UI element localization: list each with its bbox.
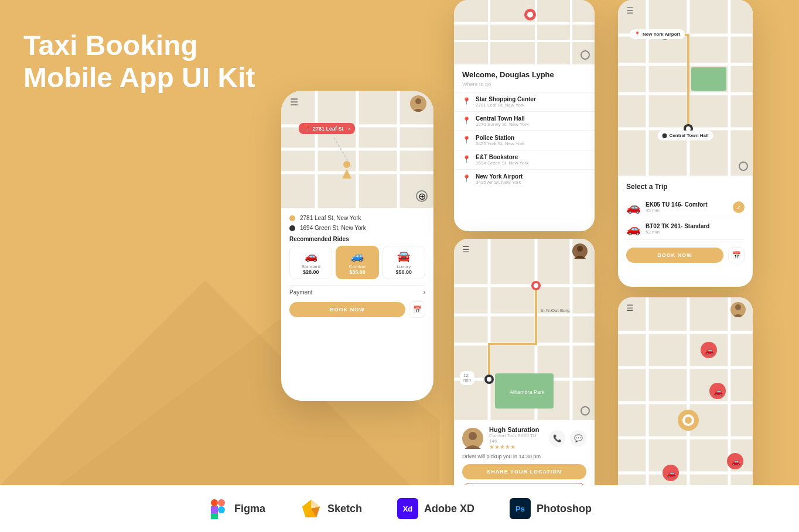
driver-avatar xyxy=(462,428,483,449)
trip-book-row: BOOK NOW 📅 xyxy=(626,247,745,263)
calendar-button[interactable]: 📅 xyxy=(409,301,425,318)
svg-rect-72 xyxy=(218,499,225,506)
main-crosshair[interactable]: ⊕ xyxy=(416,190,428,202)
dest-text: 1694 Green St, New York xyxy=(300,225,366,231)
trip-option-1[interactable]: 🚗 EK05 TU 146- Comfort 45 min ✓ xyxy=(626,197,745,218)
pickup-text: Driver will pickup you in 14:30 pm xyxy=(462,454,586,459)
svg-rect-73 xyxy=(211,506,218,513)
dest-pin-icon-3: 📍 xyxy=(462,136,471,144)
svg-point-19 xyxy=(527,12,533,18)
main-phone-menu[interactable]: ☰ xyxy=(290,97,298,108)
user-pin xyxy=(340,160,354,181)
payment-row: Payment › xyxy=(289,285,425,296)
page-subtitle: Mobile App UI Kit xyxy=(23,61,255,94)
trip-info-2: BT02 TK 261- Standard 52 min xyxy=(646,223,709,235)
cars-phone-avatar[interactable] xyxy=(730,302,746,317)
location-badge: 📍 2781 Leaf St › xyxy=(299,123,355,134)
sketch-tool: Sketch xyxy=(301,498,362,519)
svg-point-69 xyxy=(685,417,692,424)
sketch-icon xyxy=(301,498,322,519)
driver-crosshair[interactable] xyxy=(581,406,590,416)
svg-point-35 xyxy=(577,246,583,252)
dest-item-2[interactable]: 📍 Central Town Hall 1270 Sunny St, New Y… xyxy=(454,111,595,131)
destinations-list: 📍 Star Shopping Center 2781 Leaf St, New… xyxy=(454,92,595,188)
main-map: 📍 2781 Leaf St › ☰ ⊕ xyxy=(281,91,433,208)
call-button[interactable]: 📞 xyxy=(549,430,565,447)
driver-name: Hugh Saturation xyxy=(489,426,543,433)
driver-map-svg: Alhambra Park In-N-Out Burg xyxy=(454,239,595,420)
dest-info-1: Star Shopping Center 2781 Leaf St, New Y… xyxy=(476,96,536,108)
trip-car-icon-2: 🚗 xyxy=(626,222,641,236)
origin-dot xyxy=(289,215,295,221)
destination-row: 1694 Green St, New York xyxy=(289,225,425,231)
dest-info-3: Police Station 5425 York St, New York xyxy=(476,135,525,146)
xd-icon: Xd xyxy=(397,498,418,519)
trip-panel: Select a Trip 🚗 EK05 TU 146- Comfort 45 … xyxy=(618,176,753,270)
svg-point-10 xyxy=(343,161,350,168)
sketch-label: Sketch xyxy=(327,503,362,515)
route-crosshair[interactable] xyxy=(739,162,748,171)
main-phone-avatar[interactable] xyxy=(410,95,426,112)
dest-pin-icon-4: 📍 xyxy=(462,155,471,163)
origin-row: 2781 Leaf St, New York xyxy=(289,215,425,221)
share-location-button[interactable]: SHARE YOUR LOCATION xyxy=(462,464,586,479)
payment-chevron: › xyxy=(424,289,425,296)
driver-details: Hugh Saturation Comfort Tour EK05 TU 146… xyxy=(489,426,543,450)
ride-comfort[interactable]: 🚙 Comfort $35.00 xyxy=(336,246,378,279)
svg-point-74 xyxy=(218,506,225,513)
title-area: Taxi Booking Mobile App UI Kit xyxy=(23,29,255,94)
svg-rect-75 xyxy=(211,513,218,519)
svg-point-36 xyxy=(469,432,477,440)
svg-point-70 xyxy=(735,304,741,310)
ny-airport-label: 📍 New York Airport xyxy=(630,29,685,39)
dest-item-1[interactable]: 📍 Star Shopping Center 2781 Leaf St, New… xyxy=(454,92,595,111)
dest-map-svg xyxy=(454,0,595,64)
figma-tool: Figma xyxy=(207,498,265,519)
svg-text:🚗: 🚗 xyxy=(705,345,715,355)
main-map-svg xyxy=(281,91,433,208)
cars-phone-menu[interactable]: ☰ xyxy=(626,303,634,313)
dest-crosshair[interactable] xyxy=(581,50,590,60)
driver-actions: 📞 💬 xyxy=(549,430,586,447)
svg-point-31 xyxy=(534,283,538,288)
destinations-phone: Welcome, Douglas Lyphe Where to go 📍 Sta… xyxy=(454,0,595,231)
payment-label: Payment xyxy=(289,289,312,296)
dest-pin-icon-2: 📍 xyxy=(462,116,471,125)
figma-icon xyxy=(207,498,228,519)
svg-text:🚗: 🚗 xyxy=(667,468,677,478)
book-row: BOOK NOW 📅 xyxy=(289,301,425,318)
rides-title: Recommended Rides xyxy=(289,236,425,242)
trip-check-1: ✓ xyxy=(733,201,745,213)
message-button[interactable]: 💬 xyxy=(570,430,586,447)
driver-car: Comfort Tour EK05 TU 146 xyxy=(489,433,543,444)
dest-pin-icon-1: 📍 xyxy=(462,97,471,105)
figma-label: Figma xyxy=(234,503,265,515)
driver-phone-avatar[interactable] xyxy=(572,243,588,259)
photoshop-label: Photoshop xyxy=(537,503,592,515)
trip-book-button[interactable]: BOOK NOW xyxy=(626,248,723,263)
dest-dot xyxy=(289,225,295,231)
dest-item-3[interactable]: 📍 Police Station 5425 York St, New York xyxy=(454,131,595,150)
where-to-text: Where to go xyxy=(454,81,595,92)
dest-item-5[interactable]: 📍 New York Airport 3435 Air St, New York xyxy=(454,169,595,188)
book-now-button[interactable]: BOOK NOW xyxy=(289,302,405,317)
trip-option-2[interactable]: 🚗 BT02 TK 261- Standard 52 min xyxy=(626,218,745,240)
dest-item-4[interactable]: 📍 E&T Bookstore 1694 Green St, New York xyxy=(454,150,595,169)
svg-text:🚗: 🚗 xyxy=(713,386,723,396)
driver-map: Alhambra Park In-N-Out Burg ☰ 12 min xyxy=(454,239,595,420)
trip-car-icon-1: 🚗 xyxy=(626,200,641,214)
trip-info-1: EK05 TU 146- Comfort 45 min xyxy=(646,201,708,213)
svg-rect-45 xyxy=(691,67,726,91)
main-phone: 📍 2781 Leaf St › ☰ ⊕ 2781 Leaf St, New Y… xyxy=(281,91,433,401)
dest-info-5: New York Airport 3435 Air St, New York xyxy=(476,173,523,185)
driver-phone-menu[interactable]: ☰ xyxy=(462,245,470,254)
route-map: ☰ 📍 New York Airport Central Town Hall xyxy=(618,0,753,176)
dest-map xyxy=(454,0,595,64)
trip-title: Select a Trip xyxy=(626,183,745,191)
dest-pin-icon-5: 📍 xyxy=(462,174,471,183)
trip-calendar-button[interactable]: 📅 xyxy=(728,247,745,263)
ride-standard[interactable]: 🚗 Standard $28.00 xyxy=(289,246,332,279)
route-phone-menu[interactable]: ☰ xyxy=(626,6,634,15)
ride-luxury[interactable]: 🚘 Luxury $50.00 xyxy=(383,246,425,279)
svg-rect-12 xyxy=(454,0,595,64)
